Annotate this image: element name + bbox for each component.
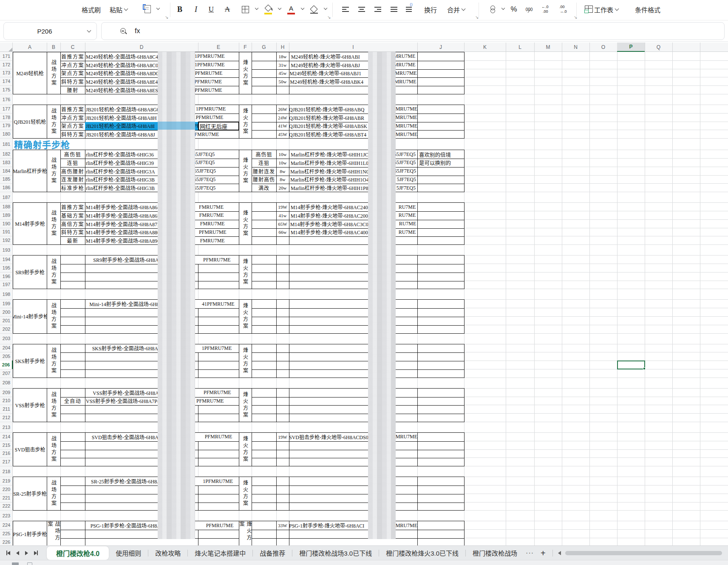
dialog-launcher-icon[interactable]: ↘ bbox=[327, 15, 331, 19]
cell-scheme[interactable]: 冲点方案 bbox=[60, 114, 85, 122]
cell-price[interactable]: 8w bbox=[276, 167, 289, 176]
column-header-L[interactable]: L bbox=[506, 43, 534, 52]
strikethrough-icon[interactable]: A bbox=[222, 3, 233, 16]
cell-price[interactable]: 66w bbox=[276, 228, 289, 237]
cell-scheme-right[interactable]: 满改 bbox=[252, 184, 276, 192]
sheet-tab-0[interactable]: 橙门楼改枪4.0 bbox=[47, 546, 109, 560]
cell-code-i[interactable]: M249轻机枪-烽火地带-6H8ABJ11PFMRU7ME bbox=[289, 69, 417, 78]
cell-scheme[interactable]: 架点方案 bbox=[60, 69, 85, 78]
cell-scheme[interactable]: 连发腰射 bbox=[60, 176, 85, 184]
cell-gun-name[interactable]: Marlin杠杆步枪 bbox=[13, 150, 47, 192]
row-header-215[interactable]: 215 bbox=[0, 441, 13, 449]
percent-icon[interactable]: % bbox=[508, 3, 519, 16]
cell-f-label[interactable]: 烽火方案 bbox=[239, 433, 252, 466]
cell-note-j[interactable]: 喜欢别的倍境 bbox=[417, 150, 463, 159]
selected-cell-p206[interactable] bbox=[617, 361, 645, 369]
cell-gun-name[interactable]: SKS射手步枪 bbox=[13, 344, 47, 378]
cell-price[interactable]: 24W bbox=[276, 114, 289, 122]
row-header-207[interactable]: 207 bbox=[0, 369, 13, 378]
chevron-down-icon[interactable] bbox=[324, 6, 327, 10]
cell-b-label[interactable]: 战场方案 bbox=[47, 300, 60, 333]
cell-code-i[interactable]: M14射手步枪-烽火地带-6H8AC3C020RU7ME bbox=[289, 220, 417, 228]
cell-price[interactable]: 10w bbox=[276, 159, 289, 167]
row-header-223[interactable]: 223 bbox=[0, 510, 13, 521]
italic-icon[interactable]: I bbox=[190, 3, 201, 16]
column-header-M[interactable]: M bbox=[534, 43, 562, 52]
align-center-icon[interactable] bbox=[356, 3, 367, 16]
toolbar-button-format-painter[interactable]: 格式刷 bbox=[82, 3, 101, 16]
cell-price[interactable]: 41w bbox=[276, 211, 289, 220]
column-header-C[interactable]: C bbox=[60, 43, 85, 52]
sheet-tab-2[interactable]: 改枪攻略 bbox=[148, 546, 187, 559]
worksheet-icon[interactable] bbox=[583, 3, 594, 16]
cell-note[interactable]: 网红无后座 bbox=[198, 122, 239, 131]
cell-price[interactable]: 19W bbox=[276, 203, 289, 211]
number-format-icon[interactable] bbox=[487, 3, 498, 16]
fill-color-icon[interactable] bbox=[263, 3, 274, 16]
row-header-192[interactable]: 192 bbox=[0, 236, 13, 244]
cell-b-label[interactable]: 战场方案 bbox=[47, 521, 60, 545]
cell-code-i[interactable]: QJB201轻机枪-烽火地带-6H8ABQ1PFMRU7ME bbox=[289, 105, 417, 114]
cell-code-i[interactable]: SVD狙击步枪-烽火地带-6H8ACDS02MRU7ME bbox=[289, 433, 417, 441]
cell-scheme[interactable]: 腰射 bbox=[60, 86, 85, 94]
toolbar-button-conditional-format[interactable]: 条件格式 bbox=[635, 3, 660, 16]
row-header-213[interactable]: 213 bbox=[0, 422, 13, 432]
row-header-198[interactable]: 198 bbox=[0, 289, 13, 299]
cell-price[interactable]: 50w bbox=[276, 77, 289, 86]
cell-code-i[interactable]: Marlin杠杆步枪-烽火地带-6HIH1N055JF7EQ5 bbox=[289, 167, 417, 176]
column-header-G[interactable]: G bbox=[252, 43, 276, 52]
column-header-E[interactable]: E bbox=[198, 43, 239, 52]
cell-b-label[interactable]: 战场方案 bbox=[47, 433, 60, 466]
cell-price[interactable]: 31w bbox=[276, 61, 289, 69]
cell-scheme[interactable]: 首推方案 bbox=[60, 203, 85, 211]
dialog-launcher-icon[interactable]: ↘ bbox=[574, 15, 578, 19]
cell-scheme[interactable]: 连狙 bbox=[60, 159, 85, 167]
cell-scheme-right[interactable]: 腰射高伤 bbox=[252, 176, 276, 184]
chevron-down-icon[interactable] bbox=[301, 6, 304, 10]
cell-gun-name[interactable]: SVD狙击步枪 bbox=[13, 433, 47, 466]
cell-f-label[interactable]: 烽火方案 bbox=[239, 300, 252, 333]
increase-decimal-icon[interactable]: ←.0.00 bbox=[541, 3, 552, 16]
column-header-O[interactable]: O bbox=[589, 43, 617, 52]
toolbar-button-wrap[interactable]: 换行 bbox=[424, 3, 437, 16]
cell-f-label[interactable]: 烽火方案 bbox=[239, 521, 252, 545]
chevron-down-icon[interactable] bbox=[87, 28, 91, 33]
chevron-down-icon[interactable] bbox=[278, 6, 281, 10]
cell-scheme[interactable]: 冲点方案 bbox=[60, 61, 85, 69]
cell-gun-name[interactable]: SR9射手步枪 bbox=[13, 256, 47, 289]
row-header-184[interactable]: 184 bbox=[0, 167, 13, 175]
row-header-219[interactable]: 219 bbox=[0, 477, 13, 485]
cell-scheme[interactable]: 斜特方案 bbox=[60, 228, 85, 237]
cell-b-label[interactable]: 战场方案 bbox=[47, 256, 60, 289]
chevron-down-icon[interactable] bbox=[255, 6, 258, 10]
sheet-nav-last-icon[interactable] bbox=[34, 551, 38, 555]
cell-gun-name[interactable]: PSG-1射手步枪 bbox=[13, 521, 47, 545]
cell-scheme[interactable]: 首推方案 bbox=[60, 52, 85, 61]
row-header-172[interactable]: 172 bbox=[0, 60, 13, 69]
row-header-196[interactable]: 196 bbox=[0, 272, 13, 281]
row-header-216[interactable]: 216 bbox=[0, 449, 13, 458]
cell-code-i[interactable]: QJB201轻机枪-烽火地带-6H8ABT4PFMRU7ME bbox=[289, 130, 417, 139]
row-header-186[interactable]: 186 bbox=[0, 183, 13, 192]
tab-scroll-left-icon[interactable] bbox=[558, 551, 561, 555]
column-header-D[interactable]: D bbox=[85, 43, 198, 52]
sheet-nav-prev-icon[interactable] bbox=[16, 551, 19, 555]
row-header-218[interactable]: 218 bbox=[0, 466, 13, 477]
cell-price[interactable]: 65W bbox=[276, 220, 289, 228]
column-header-P[interactable]: P bbox=[617, 43, 645, 52]
cell-b-label[interactable]: 战场方案 bbox=[47, 105, 60, 138]
cell-gun-name[interactable]: M249轻机枪 bbox=[13, 52, 47, 94]
cell-scheme[interactable]: 首推方案 bbox=[60, 105, 85, 114]
cell-price[interactable]: 10w bbox=[276, 150, 289, 159]
font-color-icon[interactable]: A bbox=[286, 3, 297, 16]
cell-b-label[interactable]: 战场方案 bbox=[47, 150, 60, 192]
cell-b-label[interactable]: 战场方案 bbox=[47, 52, 60, 94]
sheet-nav-next-icon[interactable] bbox=[25, 551, 28, 555]
thousands-icon[interactable]: 000 bbox=[524, 3, 535, 16]
row-header-203[interactable]: 203 bbox=[0, 333, 13, 344]
chevron-down-icon[interactable] bbox=[156, 6, 160, 10]
cell-code-i[interactable]: Marlin杠杆步枪-烽火地带-6HIH1P805JF7EQ5 bbox=[289, 184, 417, 192]
cell-scheme-right[interactable]: 高伤狙 bbox=[252, 150, 276, 159]
cell-f-label[interactable]: 烽火方案 bbox=[239, 150, 252, 192]
row-header-214[interactable]: 214 bbox=[0, 432, 13, 441]
